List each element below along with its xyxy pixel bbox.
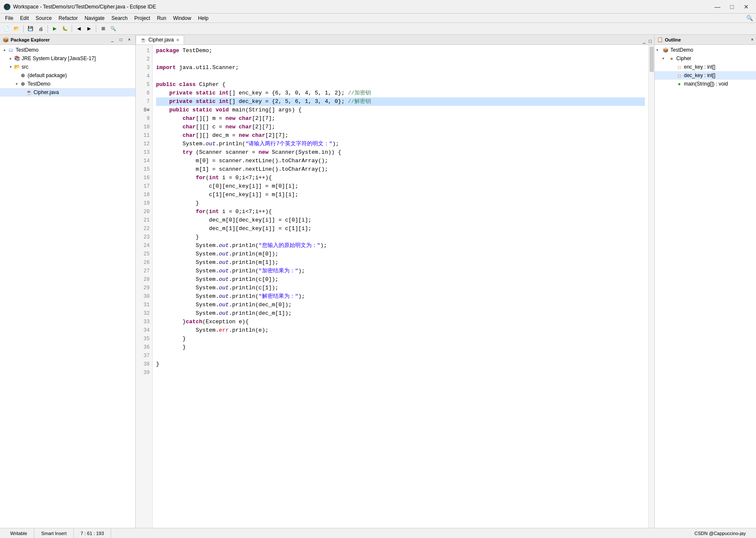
close-button[interactable]: ✕ bbox=[740, 2, 753, 11]
outline-dec-key[interactable]: ▾ ◻ dec_key : int[] bbox=[655, 71, 756, 80]
toolbar-search-button[interactable]: 🔍 bbox=[109, 24, 118, 33]
code-line-26: System.out.println(m[1]); bbox=[156, 258, 645, 267]
open-button[interactable]: 📂 bbox=[12, 24, 21, 33]
pkg-minimize-button[interactable]: _ bbox=[109, 36, 116, 43]
tree-arrow-testdemo: ▸ bbox=[2, 47, 8, 53]
menu-bar: File Edit Source Refactor Navigate Searc… bbox=[0, 14, 756, 23]
tab-close-button[interactable]: ✕ bbox=[176, 38, 179, 42]
line-31: 31 bbox=[136, 301, 152, 309]
tab-java-icon: ☕ bbox=[140, 37, 146, 43]
line-13: 13 bbox=[136, 148, 152, 157]
tree-arrow-src: ▾ bbox=[8, 64, 14, 70]
code-line-34: System.err.println(e); bbox=[156, 326, 645, 335]
prev-button[interactable]: ◀ bbox=[74, 24, 84, 33]
toolbar-separator-2 bbox=[47, 25, 48, 33]
search-toolbar-icon[interactable]: 🔍 bbox=[745, 14, 754, 23]
menu-navigate[interactable]: Navigate bbox=[81, 14, 108, 22]
code-line-28: System.out.println(c[0]); bbox=[156, 275, 645, 284]
outline-testdemo-label: TestDemo bbox=[670, 47, 693, 53]
new-button[interactable]: 📄 bbox=[2, 24, 11, 33]
line-2: 2 bbox=[136, 55, 152, 64]
outline-enc-key[interactable]: ▾ ◻ enc_key : int[] bbox=[655, 63, 756, 71]
code-line-8: public static void main(String[] args) { bbox=[156, 106, 645, 114]
line-27: 27 bbox=[136, 267, 152, 275]
maximize-button[interactable]: □ bbox=[725, 2, 738, 11]
editor-maximize-button[interactable]: □ bbox=[648, 38, 653, 44]
line-25: 25 bbox=[136, 250, 152, 258]
menu-project[interactable]: Project bbox=[131, 14, 153, 22]
outline-header: 📋 Outline × bbox=[655, 35, 756, 45]
code-line-30: System.out.println("解密结果为："); bbox=[156, 292, 645, 301]
pkg-maximize-button[interactable]: □ bbox=[117, 36, 124, 43]
line-21: 21 bbox=[136, 216, 152, 225]
menu-search[interactable]: Search bbox=[108, 14, 131, 22]
code-line-16: for(int i = 0;i<7;i++){ bbox=[156, 174, 645, 182]
editor-minimize-button[interactable]: _ bbox=[642, 38, 646, 44]
editor-tab-label: Cipher.java bbox=[148, 37, 174, 43]
line-1: 1 bbox=[136, 47, 152, 55]
code-line-17: c[0][enc_key[i]] = m[0][i]; bbox=[156, 182, 645, 191]
editor-tab-cipher[interactable]: ☕ Cipher.java ✕ bbox=[136, 35, 184, 44]
status-writable: Writable bbox=[3, 528, 34, 538]
package-explorer-panel: 📦 Package Explorer _ □ × ▸ 🗂 TestDemo ▸ … bbox=[0, 35, 136, 528]
outline-main[interactable]: ▾ ● main(String[]) : void bbox=[655, 80, 756, 88]
line-39: 39 bbox=[136, 369, 152, 377]
code-line-15: m[1] = scanner.nextLine().toCharArray(); bbox=[156, 165, 645, 174]
tree-item-testdemo-pkg[interactable]: ▾ ⊕ TestDemo bbox=[0, 80, 135, 88]
minimize-button[interactable]: — bbox=[711, 2, 724, 11]
code-editor[interactable]: package TestDemo; import java.util.Scann… bbox=[153, 45, 648, 528]
line-29: 29 bbox=[136, 284, 152, 292]
line-11: 11 bbox=[136, 131, 152, 140]
code-line-5: public class Cipher { bbox=[156, 80, 645, 89]
line-15: 15 bbox=[136, 165, 152, 174]
line-6: 6 bbox=[136, 89, 152, 97]
run-button[interactable]: ▶ bbox=[50, 24, 59, 33]
line-18: 18 bbox=[136, 191, 152, 199]
outline-cipher[interactable]: ▾ ● Cipher bbox=[655, 54, 756, 63]
code-line-6: private static int[] enc_key = {6, 3, 0,… bbox=[156, 89, 645, 97]
editor-scrollbar[interactable] bbox=[648, 45, 654, 528]
save-button[interactable]: 💾 bbox=[26, 24, 35, 33]
line-3: 3 bbox=[136, 64, 152, 72]
scroll-thumb[interactable] bbox=[650, 47, 654, 72]
menu-help[interactable]: Help bbox=[195, 14, 212, 22]
code-line-18: c[1][enc_key[i]] = m[1][i]; bbox=[156, 191, 645, 199]
next-button[interactable]: ▶ bbox=[84, 24, 94, 33]
title-bar: 🌑 Workspace - TestDemo/src/TestDemo/Ciph… bbox=[0, 0, 756, 14]
code-line-31: System.out.println(dec_m[0]); bbox=[156, 301, 645, 309]
tree-item-src[interactable]: ▾ 📂 src bbox=[0, 63, 135, 71]
tree-item-cipher-java[interactable]: ▾ ☕ Cipher.java bbox=[0, 88, 135, 97]
tree-label-testdemo: TestDemo bbox=[16, 47, 39, 53]
menu-window[interactable]: Window bbox=[170, 14, 195, 22]
line-17: 17 bbox=[136, 182, 152, 191]
line-9: 9 bbox=[136, 114, 152, 123]
pkg-close-button[interactable]: × bbox=[126, 36, 133, 43]
outline-testdemo[interactable]: ▾ 📦 TestDemo bbox=[655, 46, 756, 54]
debug-button[interactable]: 🐛 bbox=[60, 24, 70, 33]
code-line-33: }catch(Exception e){ bbox=[156, 318, 645, 326]
line-33: 33 bbox=[136, 318, 152, 326]
tree-label-jre: JRE System Library [JavaSE-17] bbox=[22, 55, 96, 61]
tree-item-jre[interactable]: ▸ 📚 JRE System Library [JavaSE-17] bbox=[0, 54, 135, 63]
tree-item-default-pkg[interactable]: ▾ ⊕ (default package) bbox=[0, 71, 135, 80]
code-line-3: import java.util.Scanner; bbox=[156, 64, 645, 72]
print-button[interactable]: 🖨 bbox=[36, 24, 45, 33]
menu-file[interactable]: File bbox=[2, 14, 17, 22]
outline-close-button[interactable]: × bbox=[751, 37, 753, 42]
line-32: 32 bbox=[136, 309, 152, 318]
default-pkg-icon: ⊕ bbox=[20, 72, 26, 79]
writable-label: Writable bbox=[10, 531, 27, 536]
code-line-32: System.out.println(dec_m[1]); bbox=[156, 309, 645, 318]
menu-edit[interactable]: Edit bbox=[17, 14, 32, 22]
menu-run[interactable]: Run bbox=[153, 14, 170, 22]
line-22: 22 bbox=[136, 225, 152, 233]
line-37: 37 bbox=[136, 352, 152, 360]
menu-source[interactable]: Source bbox=[32, 14, 55, 22]
tree-item-testdemo[interactable]: ▸ 🗂 TestDemo bbox=[0, 46, 135, 54]
outline-pkg-icon: 📦 bbox=[662, 47, 669, 53]
menu-refactor[interactable]: Refactor bbox=[55, 14, 81, 22]
testdemo-pkg-icon: ⊕ bbox=[20, 80, 26, 87]
code-line-29: System.out.println(c[1]); bbox=[156, 284, 645, 292]
perspective-button[interactable]: ⊞ bbox=[98, 24, 108, 33]
project-icon: 🗂 bbox=[8, 47, 14, 53]
